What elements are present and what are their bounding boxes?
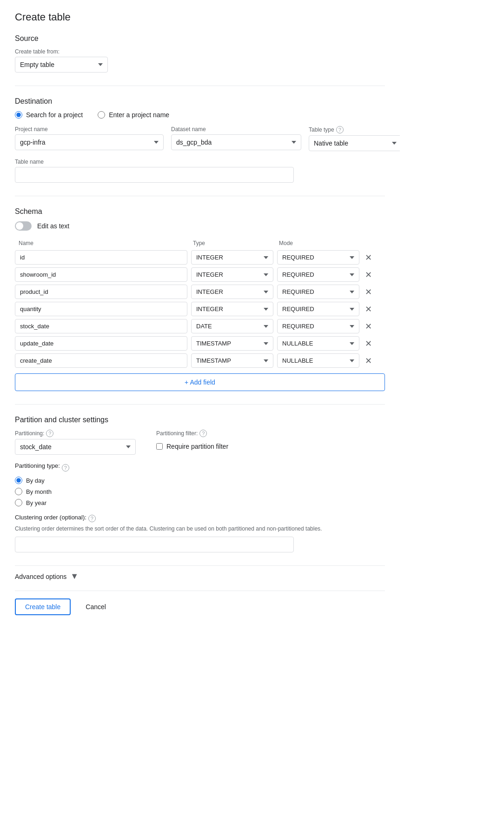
destination-title: Destination <box>15 97 385 106</box>
clustering-desc: Clustering order determines the sort ord… <box>15 525 385 533</box>
partitioning-filter-help-icon[interactable]: ? <box>199 430 207 437</box>
schema-mode-select-2[interactable]: NULLABLEREQUIREDREPEATED <box>277 285 359 299</box>
project-name-select[interactable]: gcp-infra <box>15 134 164 150</box>
schema-type-select-1[interactable]: STRINGBYTESINTEGERFLOATNUMERICBIGNUMERIC… <box>191 267 273 282</box>
destination-radio-group: Search for a project Enter a project nam… <box>15 111 385 119</box>
partition-title: Partition and cluster settings <box>15 416 385 424</box>
table-row: STRINGBYTESINTEGERFLOATNUMERICBIGNUMERIC… <box>15 319 385 333</box>
require-partition-filter-label: Require partition filter <box>166 443 228 450</box>
partition-section: Partition and cluster settings Partition… <box>15 416 385 552</box>
dataset-name-label: Dataset name <box>171 126 301 133</box>
partitioning-select[interactable]: Nonestock_dateupdate_datecreate_date <box>15 439 136 455</box>
destination-fields-grid: Project name gcp-infra Dataset name ds_g… <box>15 126 385 151</box>
col-type-header: Type <box>189 240 275 246</box>
radio-enter-label: Enter a project name <box>109 111 169 119</box>
partitioning-type-label: Partitioning type: <box>15 462 60 469</box>
clustering-order-input[interactable]: stock_date,showroom_id,product_id <box>15 537 294 552</box>
schema-name-input-0[interactable] <box>15 250 187 265</box>
schema-rows: STRINGBYTESINTEGERFLOATNUMERICBIGNUMERIC… <box>15 250 385 368</box>
advanced-options-label: Advanced options <box>15 573 66 580</box>
divider-1 <box>15 86 385 86</box>
require-partition-filter-row: Require partition filter <box>156 443 385 450</box>
dataset-name-col: Dataset name ds_gcp_bda <box>171 126 301 151</box>
table-type-label: Table type <box>309 126 334 133</box>
clustering-help-icon[interactable]: ? <box>88 515 96 522</box>
project-name-col: Project name gcp-infra <box>15 126 164 151</box>
table-name-input[interactable]: stocks <box>15 167 294 183</box>
partitioning-label: Partitioning: <box>15 430 44 437</box>
table-type-select[interactable]: Native table <box>309 135 400 151</box>
table-row: STRINGBYTESINTEGERFLOATNUMERICBIGNUMERIC… <box>15 353 385 368</box>
source-title: Source <box>15 34 385 43</box>
advanced-options-toggle[interactable]: Advanced options ▼ <box>15 565 385 587</box>
toggle-slider <box>15 221 32 231</box>
radio-by-year[interactable]: By year <box>15 499 385 506</box>
create-from-label: Create table from: <box>15 48 385 55</box>
project-name-label: Project name <box>15 126 164 133</box>
footer: Create table Cancel <box>15 591 385 623</box>
partitioning-type-section: Partitioning type: ? By day By month By … <box>15 462 385 506</box>
radio-enter-project[interactable]: Enter a project name <box>98 111 169 119</box>
radio-search-label: Search for a project <box>26 111 83 119</box>
divider-3 <box>15 404 385 405</box>
clustering-section: Clustering order (optional): ? Clusterin… <box>15 514 385 552</box>
schema-title: Schema <box>15 207 385 216</box>
schema-type-select-2[interactable]: STRINGBYTESINTEGERFLOATNUMERICBIGNUMERIC… <box>191 285 273 299</box>
remove-field-button-0[interactable]: ✕ <box>363 251 374 265</box>
remove-field-button-4[interactable]: ✕ <box>363 319 374 333</box>
table-name-row: Table name stocks <box>15 159 294 183</box>
edit-as-text-label: Edit as text <box>37 222 69 230</box>
edit-as-text-toggle[interactable] <box>15 221 32 231</box>
partitioning-col: Partitioning: ? Nonestock_dateupdate_dat… <box>15 430 145 455</box>
schema-name-input-3[interactable] <box>15 302 187 316</box>
radio-by-month[interactable]: By month <box>15 488 385 495</box>
create-from-select[interactable]: Empty tableGoogle Cloud StorageUploadDri… <box>15 57 108 73</box>
schema-type-select-6[interactable]: STRINGBYTESINTEGERFLOATNUMERICBIGNUMERIC… <box>191 353 273 368</box>
remove-field-button-2[interactable]: ✕ <box>363 285 374 299</box>
partition-filter-col: Partitioning filter: ? Require partition… <box>156 430 385 450</box>
schema-mode-select-3[interactable]: NULLABLEREQUIREDREPEATED <box>277 302 359 316</box>
schema-mode-select-4[interactable]: NULLABLEREQUIREDREPEATED <box>277 319 359 333</box>
schema-name-input-5[interactable] <box>15 336 187 351</box>
dataset-name-select[interactable]: ds_gcp_bda <box>171 134 301 150</box>
create-table-button[interactable]: Create table <box>15 598 71 615</box>
remove-field-button-1[interactable]: ✕ <box>363 268 374 282</box>
table-row: STRINGBYTESINTEGERFLOATNUMERICBIGNUMERIC… <box>15 267 385 282</box>
by-month-label: By month <box>26 488 52 495</box>
partitioning-filter-label: Partitioning filter: <box>156 430 198 437</box>
require-partition-filter-checkbox[interactable] <box>156 443 163 450</box>
schema-type-select-4[interactable]: STRINGBYTESINTEGERFLOATNUMERICBIGNUMERIC… <box>191 319 273 333</box>
schema-mode-select-0[interactable]: NULLABLEREQUIREDREPEATED <box>277 250 359 265</box>
partitioning-type-help-icon[interactable]: ? <box>62 464 69 472</box>
schema-name-input-2[interactable] <box>15 285 187 299</box>
remove-field-button-3[interactable]: ✕ <box>363 302 374 316</box>
table-type-help-icon[interactable]: ? <box>336 126 344 133</box>
schema-type-select-3[interactable]: STRINGBYTESINTEGERFLOATNUMERICBIGNUMERIC… <box>191 302 273 316</box>
schema-name-input-6[interactable] <box>15 353 187 368</box>
schema-header: Name Type Mode <box>15 240 385 250</box>
table-row: STRINGBYTESINTEGERFLOATNUMERICBIGNUMERIC… <box>15 285 385 299</box>
schema-type-select-5[interactable]: STRINGBYTESINTEGERFLOATNUMERICBIGNUMERIC… <box>191 336 273 351</box>
destination-section: Destination Search for a project Enter a… <box>15 97 385 183</box>
by-day-label: By day <box>26 477 45 484</box>
schema-mode-select-6[interactable]: NULLABLEREQUIREDREPEATED <box>277 353 359 368</box>
col-mode-header: Mode <box>275 240 361 246</box>
cancel-button[interactable]: Cancel <box>76 598 115 615</box>
col-name-header: Name <box>15 240 189 246</box>
add-field-button[interactable]: + Add field <box>15 373 385 391</box>
schema-name-input-4[interactable] <box>15 319 187 333</box>
divider-2 <box>15 196 385 196</box>
radio-search-project[interactable]: Search for a project <box>15 111 83 119</box>
table-row: STRINGBYTESINTEGERFLOATNUMERICBIGNUMERIC… <box>15 302 385 316</box>
radio-by-day[interactable]: By day <box>15 477 385 484</box>
remove-field-button-5[interactable]: ✕ <box>363 337 374 351</box>
clustering-order-label: Clustering order (optional): <box>15 514 86 521</box>
schema-mode-select-5[interactable]: NULLABLEREQUIREDREPEATED <box>277 336 359 351</box>
schema-mode-select-1[interactable]: NULLABLEREQUIREDREPEATED <box>277 267 359 282</box>
schema-name-input-1[interactable] <box>15 267 187 282</box>
table-type-col: Table type ? Native table <box>309 126 400 151</box>
remove-field-button-6[interactable]: ✕ <box>363 354 374 368</box>
partitioning-help-icon[interactable]: ? <box>46 430 53 437</box>
schema-type-select-0[interactable]: STRINGBYTESINTEGERFLOATNUMERICBIGNUMERIC… <box>191 250 273 265</box>
table-row: STRINGBYTESINTEGERFLOATNUMERICBIGNUMERIC… <box>15 250 385 265</box>
